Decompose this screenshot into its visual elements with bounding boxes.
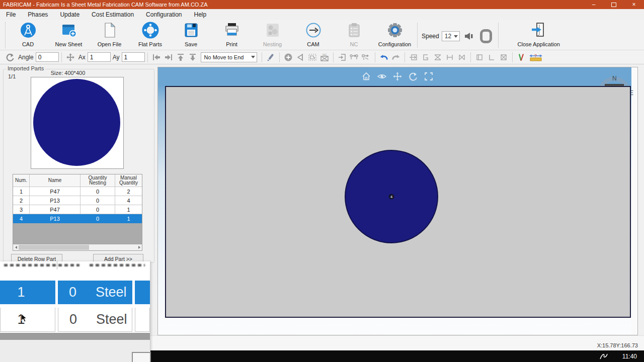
bracket-h-icon[interactable]: [445, 53, 455, 62]
add-circle-icon[interactable]: [283, 53, 293, 62]
ring-icon[interactable]: [480, 29, 492, 43]
table-row-selected[interactable]: 4 P13 0 1: [13, 214, 142, 223]
chevron-down-icon: [251, 56, 255, 58]
part-preview[interactable]: [31, 77, 124, 169]
sheet-canvas[interactable]: 4: [165, 86, 631, 318]
fit-view-icon[interactable]: [424, 71, 434, 81]
cad-button[interactable]: CAD: [8, 20, 48, 47]
table-row[interactable]: 2 P13 0 4: [13, 196, 142, 205]
magnifier-small-box: [132, 352, 151, 362]
check-v-icon[interactable]: [516, 53, 526, 62]
magnifier-divider-band: [0, 333, 150, 340]
nav-cube-north[interactable]: N: [612, 75, 617, 82]
move-icon: [65, 53, 75, 62]
separator: [147, 52, 148, 62]
maximize-button[interactable]: [604, 0, 624, 9]
bracket-x-icon[interactable]: [457, 53, 467, 62]
eye-icon[interactable]: [377, 71, 387, 81]
link-part-icon[interactable]: [361, 53, 371, 62]
menu-help[interactable]: Help: [188, 9, 213, 20]
mouse-cursor-icon: [21, 314, 27, 324]
printer-icon: [223, 22, 240, 41]
move-top-icon[interactable]: [176, 53, 186, 62]
print-button[interactable]: Print: [211, 20, 252, 47]
nc-cross-icon[interactable]: NC: [319, 53, 330, 62]
rotate-icon[interactable]: [5, 53, 15, 62]
menu-configuration[interactable]: Configuration: [140, 9, 188, 20]
menubar: File Phases Update Cost Estimation Confi…: [0, 9, 644, 21]
mute-speaker-icon[interactable]: [464, 32, 474, 41]
save-floppy-icon: [183, 22, 200, 41]
app-window: FABRICAM - Fabricam Is a Sheet Metal Fab…: [0, 0, 644, 362]
group-dashed-icon[interactable]: [307, 53, 317, 62]
ax-input[interactable]: [88, 52, 111, 62]
bracket-g-icon[interactable]: [421, 53, 431, 62]
speed-select[interactable]: 12: [442, 31, 460, 41]
table-row[interactable]: 3 P47 0 1: [13, 205, 142, 214]
cad-compass-icon: [20, 22, 37, 41]
save-button[interactable]: Save: [171, 20, 211, 47]
configuration-button[interactable]: Configuration: [374, 20, 415, 47]
menu-update[interactable]: Update: [54, 9, 86, 20]
angle-input[interactable]: [36, 52, 59, 62]
separator: [512, 52, 513, 62]
nc-button[interactable]: NC: [334, 20, 374, 47]
exit-sheet-icon[interactable]: [337, 53, 347, 62]
scroll-left-icon[interactable]: [13, 244, 19, 250]
toolbar-separator: [498, 23, 499, 48]
cross-box-scissors-icon[interactable]: [433, 53, 443, 62]
table-row[interactable]: 1 P47 0 2: [13, 187, 142, 196]
view-toolbar: [361, 71, 434, 81]
square-side-icon[interactable]: [474, 53, 485, 62]
clock[interactable]: 11:40: [622, 353, 637, 360]
table-hscrollbar[interactable]: [13, 244, 142, 250]
chevron-down-icon: [454, 35, 458, 38]
home-icon[interactable]: [361, 71, 371, 81]
corner-l-icon[interactable]: [487, 53, 497, 62]
menu-phases[interactable]: Phases: [22, 9, 54, 20]
box-arrow-icon[interactable]: [409, 53, 419, 62]
nc-clipboard-icon: [346, 22, 363, 41]
toolbar-separator: [417, 23, 418, 48]
close-button[interactable]: ×: [624, 0, 644, 9]
separator: [405, 52, 405, 62]
move-left-end-icon[interactable]: [151, 53, 162, 62]
nesting-button[interactable]: Nesting: [252, 20, 293, 47]
cam-button[interactable]: CAM: [293, 20, 334, 47]
parts-table: Num. Name Quantity Nesting Manual Quanti…: [13, 174, 142, 251]
flag-icon[interactable]: [295, 53, 305, 62]
move-bottom-icon[interactable]: [188, 53, 198, 62]
pen-input-icon[interactable]: [599, 352, 609, 360]
move-to-end-dropdown[interactable]: No Move to End: [201, 52, 257, 62]
new-sheet-button[interactable]: New Sheet: [48, 20, 89, 47]
separator: [375, 52, 375, 62]
move-right-end-icon[interactable]: [164, 53, 174, 62]
edit-toolbar: Angle Ax Ay No Move to End: [0, 50, 644, 64]
size-label: Size: 400*400: [30, 70, 106, 76]
menu-file[interactable]: File: [0, 9, 22, 20]
page-indicator: 1/1: [8, 73, 16, 79]
pencil-icon[interactable]: [266, 53, 276, 62]
rotate-view-icon[interactable]: [408, 71, 418, 81]
separator: [61, 52, 62, 62]
part-circle[interactable]: 4: [345, 150, 438, 243]
crossed-box-icon[interactable]: [499, 53, 509, 62]
scrollbar-thumb[interactable]: [19, 245, 89, 250]
measure-icon[interactable]: ?: [528, 53, 543, 62]
open-file-button[interactable]: Open File: [89, 20, 130, 47]
separator: [262, 52, 262, 62]
exit-door-icon: [530, 22, 547, 41]
magnifier-column-divider: [57, 261, 57, 269]
header-quantity-nesting: Quantity Nesting: [80, 174, 115, 187]
minimize-button[interactable]: –: [584, 0, 604, 9]
pan-icon[interactable]: [392, 71, 403, 81]
flat-parts-button[interactable]: Flat Parts: [130, 20, 171, 47]
ay-input[interactable]: [122, 52, 145, 62]
close-application-button[interactable]: Close Application: [509, 20, 569, 47]
link-nodes-icon[interactable]: [349, 53, 359, 62]
scroll-right-icon[interactable]: [136, 244, 142, 250]
undo-icon[interactable]: [379, 53, 389, 62]
menu-cost-estimation[interactable]: Cost Estimation: [86, 9, 140, 20]
viewport[interactable]: TOP N S W E 4: [157, 67, 638, 335]
redo-icon[interactable]: [391, 53, 401, 62]
